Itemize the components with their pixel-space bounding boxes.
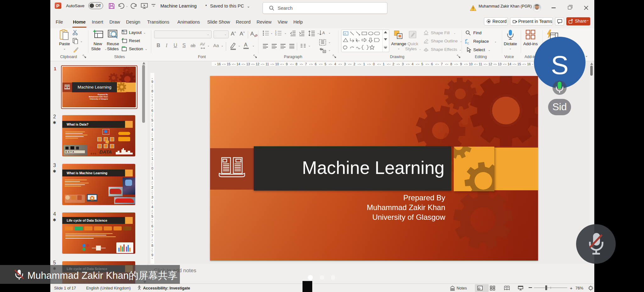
svg-text:A: A (322, 31, 325, 35)
svg-text:b: b (465, 41, 467, 44)
svg-text:A: A (344, 32, 346, 35)
svg-text:c: c (467, 41, 469, 45)
